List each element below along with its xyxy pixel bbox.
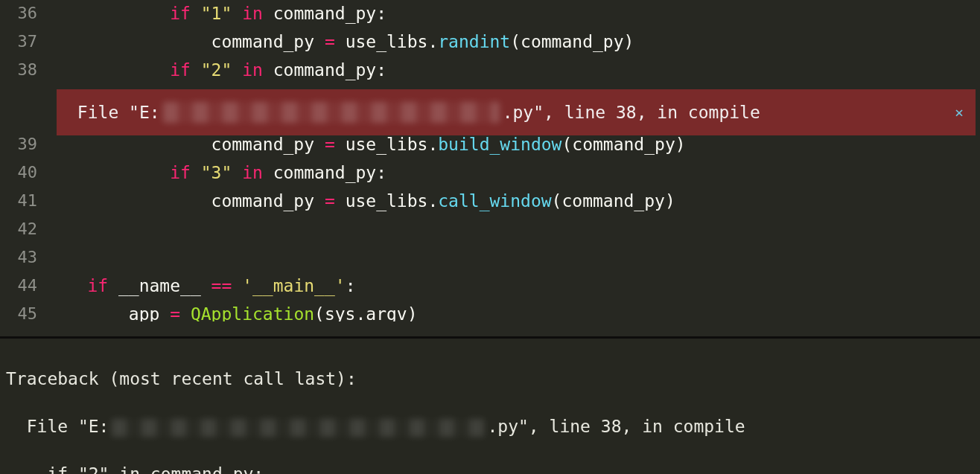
code-line[interactable]: if "1" in command_py: xyxy=(46,0,980,28)
line-number: 43 xyxy=(0,244,37,272)
redacted-path xyxy=(112,419,484,437)
line-number: 36 xyxy=(0,0,37,28)
gutter: 36 37 38 39 40 41 42 43 44 45 xyxy=(0,0,46,336)
code-line[interactable]: app = QApplication(sys.argv) xyxy=(46,301,980,321)
line-number: 41 xyxy=(0,188,37,216)
editor-pane[interactable]: 36 37 38 39 40 41 42 43 44 45 if "1" in … xyxy=(0,0,980,336)
line-number: 38 xyxy=(0,57,37,85)
redacted-path xyxy=(163,102,500,123)
console-line: File "E:.py", line 38, in compile xyxy=(6,414,974,438)
code-line[interactable]: if "2" in command_py: xyxy=(46,57,980,85)
code-line[interactable]: command_py = use_libs.call_window(comman… xyxy=(46,188,980,216)
line-number: 37 xyxy=(0,28,37,57)
line-number: 44 xyxy=(0,272,37,301)
close-icon[interactable]: × xyxy=(955,105,964,120)
error-text-prefix: File "E: xyxy=(67,104,160,121)
code-line[interactable] xyxy=(46,244,980,272)
inline-error-annotation[interactable]: File "E:.py", line 38, in compile × xyxy=(57,89,976,135)
code-area[interactable]: if "1" in command_py: command_py = use_l… xyxy=(46,0,980,321)
line-number: 40 xyxy=(0,159,37,188)
build-output-panel[interactable]: Traceback (most recent call last): File … xyxy=(0,336,980,474)
console-line: Traceback (most recent call last): xyxy=(6,367,974,391)
line-number: 39 xyxy=(0,131,37,159)
error-text-suffix: .py", line 38, in compile xyxy=(503,104,760,121)
code-line[interactable]: if __name__ == '__main__': xyxy=(46,272,980,301)
line-number: 45 xyxy=(0,301,37,321)
code-line[interactable]: command_py = use_libs.randint(command_py… xyxy=(46,28,980,57)
line-number: 42 xyxy=(0,216,37,244)
code-line[interactable] xyxy=(46,216,980,244)
console-line: if "2" in command_py: xyxy=(6,462,974,474)
code-line[interactable]: if "3" in command_py: xyxy=(46,159,980,188)
